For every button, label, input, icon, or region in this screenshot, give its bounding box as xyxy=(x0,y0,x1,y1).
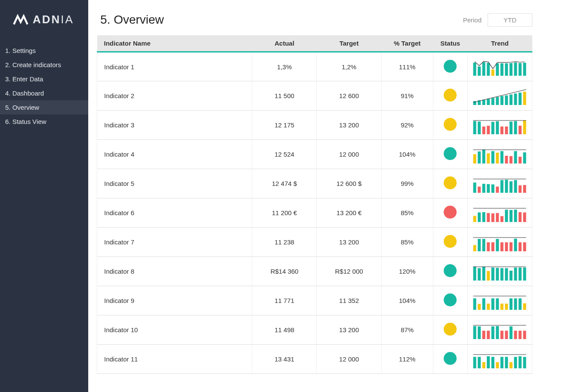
table-row: Indicator 512 474 $12 600 $99% xyxy=(97,169,532,198)
svg-rect-135 xyxy=(501,357,504,368)
cell-name: Indicator 7 xyxy=(97,228,252,257)
logo: ADNIA xyxy=(0,0,88,43)
svg-rect-134 xyxy=(496,362,499,368)
cell-pct: 111% xyxy=(381,52,433,81)
svg-rect-132 xyxy=(487,356,490,368)
logo-icon xyxy=(13,14,28,26)
svg-line-24 xyxy=(473,90,526,102)
svg-rect-45 xyxy=(505,156,508,164)
cell-actual: 11 500 xyxy=(252,81,317,111)
th-pct: % Target xyxy=(381,35,433,52)
svg-rect-47 xyxy=(514,151,517,164)
cell-status xyxy=(433,315,467,345)
svg-rect-97 xyxy=(505,268,508,281)
status-dot-icon xyxy=(444,176,457,189)
svg-rect-113 xyxy=(519,298,522,310)
nav-item[interactable]: 2. Create indicators xyxy=(0,58,88,72)
svg-rect-75 xyxy=(523,212,526,222)
svg-rect-99 xyxy=(514,267,517,280)
svg-rect-103 xyxy=(473,298,476,310)
nav-item[interactable]: 5. Overview xyxy=(0,100,88,114)
cell-pct: 104% xyxy=(381,140,433,169)
table-row: Indicator 211 50012 60091% xyxy=(97,81,532,111)
cell-pct: 91% xyxy=(381,81,433,111)
th-status: Status xyxy=(433,35,467,52)
table-row: Indicator 911 77111 352104% xyxy=(97,286,532,315)
svg-rect-108 xyxy=(496,298,499,310)
svg-rect-119 xyxy=(487,330,490,339)
svg-rect-26 xyxy=(478,121,481,134)
svg-rect-8 xyxy=(510,63,513,76)
svg-rect-44 xyxy=(501,151,504,164)
svg-rect-36 xyxy=(523,120,526,134)
cell-actual: 12 524 xyxy=(252,140,317,169)
svg-rect-49 xyxy=(523,152,526,164)
svg-rect-114 xyxy=(523,303,526,309)
cell-target: 12 000 xyxy=(317,345,381,374)
page-title: 5. Overview xyxy=(100,13,164,27)
svg-rect-138 xyxy=(514,357,517,368)
svg-rect-68 xyxy=(491,213,494,222)
svg-rect-88 xyxy=(523,242,526,251)
cell-trend xyxy=(467,52,532,81)
cell-status xyxy=(433,228,467,257)
svg-rect-62 xyxy=(523,185,526,193)
svg-rect-16 xyxy=(491,98,494,105)
cell-target: 13 200 xyxy=(317,228,381,257)
svg-rect-133 xyxy=(491,357,494,368)
cell-target: 13 200 € xyxy=(317,198,381,228)
cell-name: Indicator 1 xyxy=(97,52,252,81)
svg-rect-31 xyxy=(501,127,504,134)
svg-rect-29 xyxy=(491,122,494,134)
cell-status xyxy=(433,198,467,228)
svg-rect-117 xyxy=(478,326,481,339)
cell-pct: 85% xyxy=(381,228,433,257)
nav-item[interactable]: 4. Dashboard xyxy=(0,86,88,100)
table-row: Indicator 11,3%1,2%111% xyxy=(97,52,532,81)
svg-rect-15 xyxy=(487,99,490,105)
svg-rect-0 xyxy=(473,62,476,76)
svg-rect-57 xyxy=(501,180,504,193)
svg-rect-105 xyxy=(482,298,485,310)
svg-rect-3 xyxy=(487,63,490,76)
svg-rect-33 xyxy=(510,121,513,134)
svg-rect-87 xyxy=(519,242,522,251)
table-row: Indicator 8R$14 360R$12 000120% xyxy=(97,257,532,286)
svg-rect-95 xyxy=(496,268,499,281)
page-header: 5. Overview Period YTD xyxy=(88,0,584,35)
svg-rect-79 xyxy=(482,239,485,251)
cell-status xyxy=(433,111,467,140)
svg-rect-23 xyxy=(523,92,526,105)
cell-target: 13 200 xyxy=(317,111,381,140)
cell-trend xyxy=(467,257,532,286)
table-row: Indicator 412 52412 000104% xyxy=(97,140,532,169)
cell-name: Indicator 10 xyxy=(97,315,252,345)
cell-trend xyxy=(467,315,532,345)
cell-status xyxy=(433,81,467,111)
svg-rect-18 xyxy=(501,96,504,105)
svg-rect-69 xyxy=(496,213,499,222)
nav-item[interactable]: 6. Status View xyxy=(0,114,88,129)
cell-trend xyxy=(467,111,532,140)
main-content: 5. Overview Period YTD Indicator Name Ac… xyxy=(88,0,584,392)
svg-rect-2 xyxy=(482,62,485,76)
svg-rect-120 xyxy=(491,326,494,339)
svg-rect-70 xyxy=(501,216,504,222)
svg-rect-130 xyxy=(478,357,481,368)
svg-rect-9 xyxy=(514,62,517,76)
cell-actual: 1,3% xyxy=(252,52,317,81)
cell-pct: 120% xyxy=(381,257,433,286)
cell-status xyxy=(433,52,467,81)
svg-rect-38 xyxy=(473,154,476,164)
nav-item[interactable]: 3. Enter Data xyxy=(0,72,88,86)
cell-name: Indicator 3 xyxy=(97,111,252,140)
svg-rect-72 xyxy=(510,210,513,222)
cell-actual: 12 474 $ xyxy=(252,169,317,198)
svg-rect-28 xyxy=(487,126,490,134)
svg-rect-60 xyxy=(514,180,517,193)
cell-target: 1,2% xyxy=(317,52,381,81)
svg-rect-131 xyxy=(482,362,485,368)
period-dropdown[interactable]: YTD xyxy=(488,13,532,27)
nav-item[interactable]: 1. Settings xyxy=(0,43,88,58)
svg-rect-42 xyxy=(491,151,494,164)
